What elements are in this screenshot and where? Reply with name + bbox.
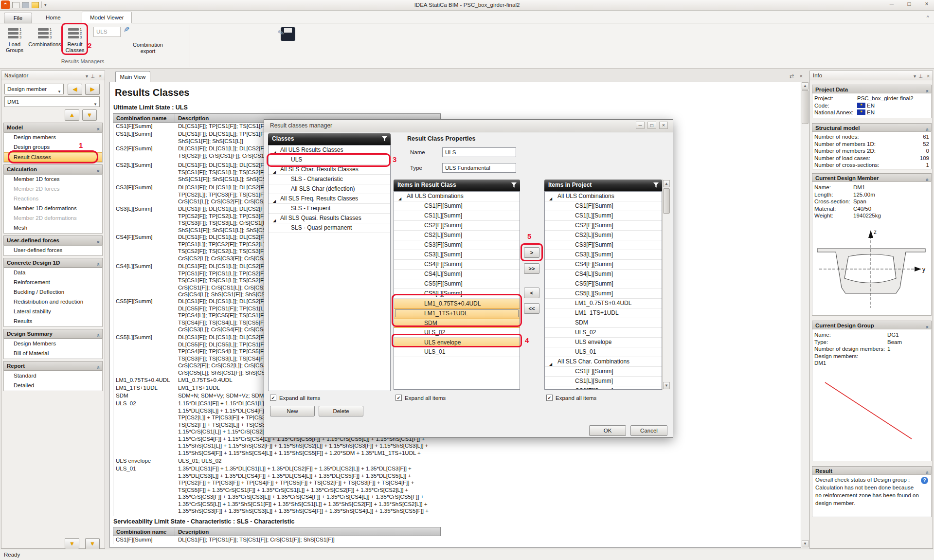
close-icon[interactable]: ×	[99, 72, 102, 81]
remove-item-button[interactable]: <	[524, 288, 539, 298]
list-item[interactable]: ULS	[269, 155, 390, 165]
collapse-chevron-icon[interactable]: »	[93, 127, 102, 130]
collapse-chevron-icon[interactable]: »	[922, 471, 931, 474]
project-list-scrollbar[interactable]: ▲ ▼	[662, 180, 670, 390]
list-item[interactable]: ULS envelope	[545, 338, 662, 347]
sidebar-item-detailed[interactable]: Detailed	[4, 381, 102, 391]
list-item[interactable]: CS5[L][Summ]	[545, 289, 662, 299]
collapse-chevron-icon[interactable]: »	[922, 178, 931, 181]
delete-button[interactable]: Delete	[319, 406, 363, 416]
cancel-button[interactable]: Cancel	[630, 425, 667, 436]
filter-icon[interactable]	[382, 136, 387, 142]
list-item[interactable]: LM1_1TS+1UDL	[394, 308, 520, 318]
sidebar-item-redistribution-and-reduction[interactable]: Redistribution and reduction	[4, 297, 102, 307]
member-type-dropdown[interactable]: Design member▼	[4, 84, 64, 94]
list-item[interactable]: CS5[F][Summ]	[545, 279, 662, 289]
menu-icon[interactable]: ▾	[914, 72, 916, 81]
collapse-chevron-icon[interactable]: »	[922, 90, 931, 92]
list-item[interactable]: ULS_01	[394, 347, 520, 357]
sidebar-item-data[interactable]: Data	[4, 268, 102, 278]
scrollbar-thumb[interactable]	[802, 90, 808, 124]
remove-all-items-button[interactable]: <<	[524, 303, 539, 314]
list-item[interactable]: CS1[F][Summ]	[545, 367, 662, 377]
tab-file[interactable]: File	[4, 13, 32, 23]
menu-icon[interactable]: ▾	[86, 72, 88, 81]
sidebar-item-results[interactable]: Results	[4, 317, 102, 326]
list-item[interactable]: ULS_01	[545, 347, 662, 357]
list-item[interactable]: CS4[F][Summ]	[394, 260, 520, 270]
sidebar-item-design-groups[interactable]: Design groups	[4, 143, 102, 152]
list-item[interactable]: CS5[L][Summ]	[394, 289, 520, 299]
move-up-button[interactable]: ▲	[65, 109, 79, 121]
filter-icon[interactable]	[653, 182, 659, 188]
sidebar-item-standard[interactable]: Standard	[4, 371, 102, 381]
list-item[interactable]: ◢All ULS Combinations	[394, 192, 520, 201]
expand-all-project-items[interactable]: ✔ Expand all items	[546, 395, 596, 401]
expand-all-classes[interactable]: ✔ Expand all items	[270, 395, 320, 401]
list-item[interactable]: CS4[L][Summ]	[545, 270, 662, 279]
name-field[interactable]: ULS	[442, 147, 516, 157]
list-item[interactable]: ◢All SLS Char. Results Classes	[269, 165, 390, 175]
filter-icon[interactable]	[511, 182, 517, 188]
list-item[interactable]: CS2[F][Summ]	[394, 221, 520, 231]
collapse-chevron-icon[interactable]: »	[93, 240, 102, 243]
maximize-button[interactable]: □	[904, 0, 915, 7]
list-item[interactable]: ◢All ULS Combinations	[545, 192, 662, 201]
list-item[interactable]: CS3[F][Summ]	[394, 240, 520, 250]
list-item[interactable]: CS4[L][Summ]	[394, 270, 520, 279]
list-item[interactable]: CS2[F][Summ]	[545, 386, 662, 390]
list-item[interactable]: LM1_0.75TS+0.4UDL	[545, 299, 662, 308]
section-header-report[interactable]: Report»	[3, 361, 103, 371]
list-item[interactable]: LM1_0.75TS+0.4UDL	[394, 299, 520, 308]
list-item[interactable]: CS1[F][Summ]	[545, 201, 662, 211]
collapse-chevron-icon[interactable]: »	[93, 169, 102, 172]
list-item[interactable]: CS3[L][Summ]	[545, 250, 662, 260]
dock-icon[interactable]: ⇄	[790, 73, 794, 79]
scroll-up-icon[interactable]: ▲	[663, 180, 670, 187]
scroll-prev-button[interactable]: ▼	[65, 538, 79, 549]
list-item[interactable]: CS4[F][Summ]	[545, 260, 662, 270]
result-class-name-field[interactable]: ULS	[93, 27, 121, 37]
list-item[interactable]: CS1[L][Summ]	[545, 377, 662, 386]
sidebar-item-member-1d-forces[interactable]: Member 1D forces	[4, 175, 102, 184]
previous-member-button[interactable]: ◀	[68, 84, 82, 95]
list-item[interactable]: LM1_1TS+1UDL	[545, 308, 662, 318]
scroll-up-icon[interactable]: ▲	[802, 82, 808, 90]
collapse-chevron-icon[interactable]: »	[922, 325, 931, 328]
checkbox-checked-icon[interactable]: ✔	[270, 395, 276, 401]
list-item[interactable]: ◢All SLS Freq. Results Classes	[269, 194, 390, 204]
list-item[interactable]: CS3[F][Summ]	[545, 240, 662, 250]
checkbox-checked-icon[interactable]: ✔	[395, 395, 402, 401]
dialog-close-button[interactable]: ×	[659, 122, 668, 129]
section-header-user-defined-forces[interactable]: User-defined forces»	[3, 235, 103, 245]
section-header-design-summary[interactable]: Design Summary»	[3, 329, 103, 339]
move-down-button[interactable]: ▼	[82, 109, 97, 121]
tab-home[interactable]: Home	[39, 13, 68, 23]
close-view-icon[interactable]: ×	[800, 73, 803, 79]
collapse-chevron-icon[interactable]: »	[93, 366, 102, 369]
list-item[interactable]: CS2[F][Summ]	[545, 221, 662, 231]
list-item[interactable]: ULS_02	[394, 328, 520, 338]
dialog-minimize-button[interactable]: ─	[636, 122, 645, 129]
collapse-ribbon-icon[interactable]: ^	[927, 15, 929, 20]
help-icon[interactable]: ?	[921, 477, 928, 484]
sidebar-item-design-members[interactable]: Design members	[4, 133, 102, 143]
list-item[interactable]: ULS_02	[545, 328, 662, 338]
collapse-chevron-icon[interactable]: »	[922, 128, 931, 131]
list-item[interactable]: ◢All SLS Quasi. Results Classes	[269, 214, 390, 223]
list-item[interactable]: ULS envelope	[394, 338, 520, 347]
member-dropdown[interactable]: DM1▼	[4, 96, 100, 107]
ok-button[interactable]: OK	[589, 425, 626, 436]
dialog-title-bar[interactable]: Result classes manager ─ □ ×	[264, 120, 673, 132]
scroll-down-icon[interactable]: ▼	[802, 540, 808, 547]
sidebar-item-design-members[interactable]: Design Members	[4, 339, 102, 349]
scroll-next-button[interactable]: ▼	[85, 538, 100, 549]
sidebar-item-member-1d-deformations[interactable]: Member 1D deformations	[4, 204, 102, 214]
section-header-model[interactable]: Model»	[3, 123, 103, 132]
list-item[interactable]: CS5[F][Summ]	[394, 279, 520, 289]
checkbox-checked-icon[interactable]: ✔	[546, 395, 553, 401]
dialog-maximize-button[interactable]: □	[647, 122, 656, 129]
sidebar-item-mesh[interactable]: Mesh	[4, 223, 102, 233]
pin-icon[interactable]: ⊥	[90, 72, 95, 81]
tab-main-view[interactable]: Main View	[115, 71, 150, 82]
